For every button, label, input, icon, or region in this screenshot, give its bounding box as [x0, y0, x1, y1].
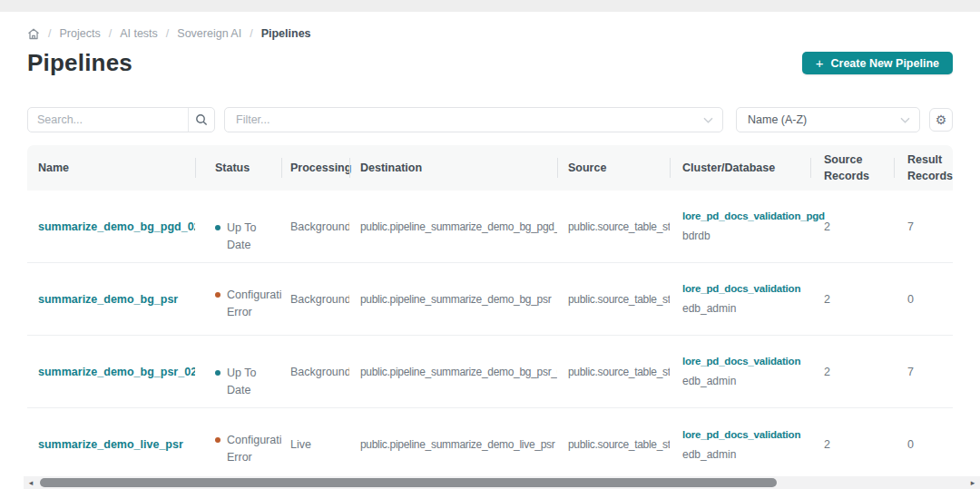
processing-cell: Background — [281, 191, 349, 262]
destination-cell: public.pipeline_summarize_demo_live_psr — [349, 408, 557, 481]
result-records-cell: 7 — [894, 191, 953, 262]
destination-cell: public.pipeline_summarize_demo_bg_psr — [349, 263, 557, 335]
scroll-left-icon[interactable]: ◂ — [24, 476, 38, 489]
home-icon[interactable] — [27, 28, 40, 40]
cluster-link[interactable]: lore_pd_docs_validation — [682, 429, 800, 440]
status-dot-icon — [215, 370, 220, 376]
breadcrumb-separator: / — [48, 27, 51, 40]
breadcrumb-projects[interactable]: Projects — [59, 27, 100, 40]
controls-bar: Name (A-Z) ⚙ — [27, 107, 953, 132]
scrollbar-track[interactable] — [38, 476, 965, 489]
destination-cell: public.pipeline_summarize_demo_bg_pgd_02 — [349, 191, 557, 262]
top-strip — [0, 0, 980, 12]
pipelines-table: Name Status Processing Destination Sourc… — [27, 145, 953, 481]
cluster-link[interactable]: lore_pd_docs_validation — [682, 283, 800, 294]
scroll-right-icon[interactable]: ▸ — [965, 476, 980, 489]
create-new-pipeline-button[interactable]: + Create New Pipeline — [802, 52, 953, 74]
cluster-database-cell: lore_pd_docs_validation edb_admin — [670, 263, 810, 335]
table-row: summarize_demo_live_psr Configuration Er… — [27, 408, 953, 481]
column-header-cluster-database: Cluster/Database — [670, 145, 810, 191]
scrollbar-thumb[interactable] — [40, 478, 777, 487]
column-header-result-records: Result Records — [894, 145, 953, 191]
search-box — [27, 107, 215, 132]
filter-box — [224, 107, 723, 132]
cluster-database-cell: lore_pd_docs_validation_pgd bdrdb — [670, 191, 810, 262]
filter-input[interactable] — [225, 108, 703, 132]
cluster-database-cell: lore_pd_docs_validation edb_admin — [670, 408, 810, 481]
source-cell: public.source_table_st — [557, 263, 670, 335]
column-header-destination: Destination — [349, 145, 557, 191]
sort-select[interactable]: Name (A-Z) — [736, 107, 920, 132]
cluster-link[interactable]: lore_pd_docs_validation — [682, 356, 800, 367]
table-row: summarize_demo_bg_pgd_02 Up To Date Back… — [27, 191, 953, 263]
breadcrumb-separator: / — [250, 27, 252, 40]
source-cell: public.source_table_st — [557, 408, 670, 481]
source-records-cell: 2 — [810, 408, 894, 481]
table-row: summarize_demo_bg_psr Configuration Erro… — [27, 263, 953, 336]
database-name: bdrdb — [682, 230, 710, 242]
status-cell: Configuration Error — [195, 263, 281, 335]
status-dot-icon — [215, 225, 220, 230]
column-header-name: Name — [27, 145, 195, 191]
gear-glyph: ⚙ — [936, 113, 947, 126]
breadcrumb: / Projects / AI tests / Sovereign AI / P… — [27, 27, 953, 40]
table-row: summarize_demo_bg_psr_02 Up To Date Back… — [27, 336, 953, 408]
create-button-label: Create New Pipeline — [831, 57, 940, 70]
breadcrumb-pipelines: Pipelines — [261, 27, 311, 40]
source-cell: public.source_table_st — [557, 336, 670, 407]
breadcrumb-separator: / — [109, 27, 112, 40]
breadcrumb-sovereign-ai[interactable]: Sovereign AI — [177, 27, 241, 40]
source-cell: public.source_table_st — [557, 191, 670, 262]
processing-cell: Background — [281, 263, 349, 335]
pipeline-name-link[interactable]: summarize_demo_bg_psr_02 — [38, 366, 195, 378]
pipelines-page: / Projects / AI tests / Sovereign AI / P… — [0, 27, 980, 481]
breadcrumb-separator: / — [166, 27, 169, 40]
pipeline-name-link[interactable]: summarize_demo_live_psr — [38, 438, 183, 451]
pipeline-name-link[interactable]: summarize_demo_bg_psr — [38, 293, 178, 306]
database-name: edb_admin — [682, 448, 736, 461]
source-records-cell: 2 — [810, 263, 894, 335]
chevron-down-icon — [900, 117, 910, 123]
horizontal-scrollbar[interactable]: ◂ ▸ — [24, 476, 980, 489]
chevron-down-icon[interactable] — [703, 117, 713, 123]
search-icon[interactable] — [188, 108, 214, 132]
column-header-processing: Processing — [281, 145, 349, 191]
status-label: Up To Date — [227, 365, 276, 400]
source-records-cell: 2 — [810, 336, 894, 407]
breadcrumb-ai-tests[interactable]: AI tests — [120, 27, 158, 40]
column-header-source-records: Source Records — [810, 145, 894, 191]
status-cell: Up To Date — [195, 336, 281, 407]
processing-cell: Background — [281, 336, 349, 407]
sort-value: Name (A-Z) — [748, 113, 807, 126]
column-header-source: Source — [557, 145, 670, 191]
gear-icon[interactable]: ⚙ — [929, 108, 953, 132]
database-name: edb_admin — [682, 375, 736, 387]
page-title: Pipelines — [27, 49, 132, 77]
processing-cell: Live — [281, 408, 349, 481]
status-label: Up To Date — [227, 220, 276, 255]
destination-cell: public.pipeline_summarize_demo_bg_psr_02 — [349, 336, 557, 407]
cluster-link[interactable]: lore_pd_docs_validation_pgd — [682, 210, 825, 221]
result-records-cell: 0 — [894, 263, 953, 335]
title-row: Pipelines + Create New Pipeline — [27, 49, 953, 77]
cluster-database-cell: lore_pd_docs_validation edb_admin — [670, 336, 810, 407]
status-label: Configuration Error — [227, 432, 281, 467]
search-input[interactable] — [28, 108, 188, 132]
plus-icon: + — [816, 56, 824, 70]
status-label: Configuration Error — [227, 287, 281, 322]
status-dot-icon — [215, 437, 220, 443]
database-name: edb_admin — [682, 302, 736, 315]
status-cell: Up To Date — [195, 191, 281, 262]
table-header: Name Status Processing Destination Sourc… — [27, 145, 953, 191]
status-dot-icon — [215, 292, 220, 298]
status-cell: Configuration Error — [195, 408, 281, 481]
source-records-cell: 2 — [810, 191, 894, 262]
column-header-status: Status — [195, 145, 281, 191]
pipeline-name-link[interactable]: summarize_demo_bg_pgd_02 — [38, 220, 195, 233]
result-records-cell: 7 — [894, 336, 953, 407]
result-records-cell: 0 — [894, 408, 953, 481]
